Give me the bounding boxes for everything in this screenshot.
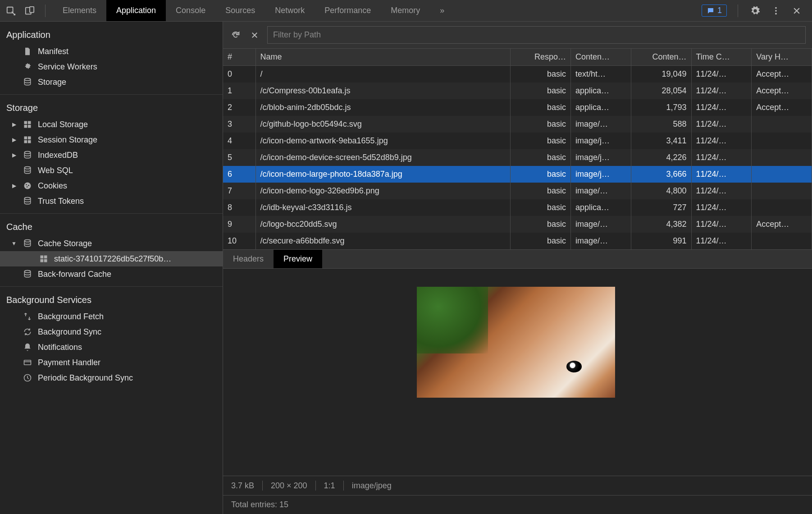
table-row[interactable]: 1/c/Compress-00b1eafa.jsbasicapplica…28,…: [223, 83, 812, 99]
gear-icon: [23, 62, 32, 72]
sidebar-item-background-sync[interactable]: Background Sync: [0, 324, 223, 340]
cookie-icon: [23, 181, 32, 191]
sidebar-item-service-workers[interactable]: Service Workers: [0, 59, 223, 74]
table-row[interactable]: 8/c/idb-keyval-c33d3116.jsbasicapplica…7…: [223, 199, 812, 216]
tab-application[interactable]: Application: [106, 0, 166, 21]
cell-ct: text/ht…: [571, 66, 631, 83]
sidebar-heading: Background Services: [0, 291, 223, 309]
expand-triangle-icon[interactable]: ▶: [11, 152, 17, 158]
tab-network[interactable]: Network: [265, 0, 315, 21]
close-icon[interactable]: [790, 5, 803, 17]
panel-tabs: ElementsApplicationConsoleSourcesNetwork…: [53, 0, 430, 21]
column-header[interactable]: Name: [255, 49, 511, 66]
cell-n: 6: [223, 166, 255, 183]
clear-icon[interactable]: [248, 29, 261, 41]
filter-input[interactable]: [267, 26, 806, 44]
table-row[interactable]: 10/c/secure-a66bbdfe.svgbasicimage/…9911…: [223, 233, 812, 249]
svg-rect-13: [28, 137, 31, 140]
column-header[interactable]: Conten…: [631, 49, 691, 66]
expand-triangle-icon[interactable]: ▶: [11, 137, 17, 143]
cell-name: /c/icon-demo-large-photo-18da387a.jpg: [255, 166, 511, 183]
cell-cl: 4,226: [631, 149, 691, 166]
column-header[interactable]: Time C…: [691, 49, 752, 66]
svg-point-3: [775, 7, 777, 9]
settings-gear-icon[interactable]: [749, 5, 762, 17]
tab-console[interactable]: Console: [166, 0, 215, 21]
table-row[interactable]: 9/c/logo-bcc20dd5.svgbasicimage/…4,38211…: [223, 216, 812, 233]
sidebar-item-trust-tokens[interactable]: Trust Tokens: [0, 193, 223, 209]
cell-tc: 11/24/…: [691, 183, 752, 199]
sidebar-item-notifications[interactable]: Notifications: [0, 340, 223, 355]
inspect-icon[interactable]: [5, 5, 17, 17]
svg-rect-11: [28, 125, 31, 128]
expand-triangle-icon[interactable]: ▶: [11, 121, 17, 128]
sidebar-item-local-storage[interactable]: ▶Local Storage: [0, 117, 223, 132]
sidebar-item-storage[interactable]: Storage: [0, 74, 223, 90]
more-tabs-icon[interactable]: »: [430, 0, 454, 21]
sidebar-item-indexeddb[interactable]: ▶IndexedDB: [0, 147, 223, 163]
tab-performance[interactable]: Performance: [315, 0, 381, 21]
device-toggle-icon[interactable]: [23, 5, 36, 17]
expand-triangle-icon[interactable]: ▶: [11, 183, 17, 189]
table-row[interactable]: 6/c/icon-demo-large-photo-18da387a.jpgba…: [223, 166, 812, 183]
sidebar-item-static-3741017226db5c27f50b-[interactable]: static-3741017226db5c27f50b…: [0, 251, 223, 266]
column-header[interactable]: Respo…: [511, 49, 571, 66]
table-row[interactable]: 0/basictext/ht…19,04911/24/…Accept…: [223, 66, 812, 83]
sidebar-item-label: Periodic Background Sync: [38, 373, 133, 383]
tab-sources[interactable]: Sources: [215, 0, 265, 21]
kebab-menu-icon[interactable]: [770, 5, 782, 17]
cell-n: 7: [223, 183, 255, 199]
sidebar-item-background-fetch[interactable]: Background Fetch: [0, 309, 223, 324]
sidebar-item-cookies[interactable]: ▶Cookies: [0, 178, 223, 193]
column-header[interactable]: Vary H…: [752, 49, 812, 66]
table-row[interactable]: 7/c/icon-demo-logo-326ed9b6.pngbasicimag…: [223, 183, 812, 199]
cell-n: 8: [223, 199, 255, 216]
sidebar-item-web-sql[interactable]: Web SQL: [0, 163, 223, 178]
cell-vh: [752, 149, 812, 166]
sidebar-item-payment-handler[interactable]: Payment Handler: [0, 355, 223, 370]
sidebar-item-label: Trust Tokens: [38, 197, 84, 206]
cell-name: /c/Compress-00b1eafa.js: [255, 83, 511, 99]
sidebar-item-manifest[interactable]: Manifest: [0, 44, 223, 59]
cell-ct: image/j…: [571, 149, 631, 166]
detail-tab-headers[interactable]: Headers: [223, 250, 274, 268]
expand-triangle-icon[interactable]: ▼: [11, 240, 17, 247]
sidebar-item-back-forward-cache[interactable]: Back-forward Cache: [0, 266, 223, 282]
refresh-icon[interactable]: [229, 29, 242, 41]
sidebar-item-label: Local Storage: [38, 120, 88, 129]
svg-rect-24: [41, 256, 44, 259]
cell-cl: 4,800: [631, 183, 691, 199]
sidebar-item-periodic-background-sync[interactable]: Periodic Background Sync: [0, 370, 223, 386]
preview-area: [223, 269, 812, 476]
cell-ct: image/…: [571, 116, 631, 133]
column-header[interactable]: Conten…: [571, 49, 631, 66]
table-row[interactable]: 4/c/icon-demo-artwork-9eba1655.jpgbasici…: [223, 133, 812, 149]
svg-point-21: [27, 186, 28, 188]
sidebar-item-session-storage[interactable]: ▶Session Storage: [0, 132, 223, 147]
detail-tab-preview[interactable]: Preview: [274, 250, 322, 268]
sync-icon: [23, 327, 32, 337]
table-row[interactable]: 5/c/icon-demo-device-screen-5d52d8b9.jpg…: [223, 149, 812, 166]
status-ratio: 1:1: [324, 481, 335, 491]
sidebar-item-label: static-3741017226db5c27f50b…: [54, 254, 171, 264]
sidebar-item-label: Service Workers: [38, 62, 97, 72]
total-entries: Total entries: 15: [231, 500, 288, 509]
card-icon: [23, 358, 32, 367]
sidebar-item-cache-storage[interactable]: ▼Cache Storage: [0, 236, 223, 251]
cell-vh: [752, 116, 812, 133]
fetch-icon: [23, 312, 32, 321]
feedback-button[interactable]: 1: [702, 5, 727, 17]
tab-elements[interactable]: Elements: [53, 0, 106, 21]
db-icon: [23, 165, 32, 175]
svg-point-19: [26, 184, 27, 185]
svg-point-16: [24, 151, 30, 154]
tab-memory[interactable]: Memory: [381, 0, 430, 21]
cell-vh: Accept…: [752, 99, 812, 116]
sidebar-item-label: IndexedDB: [38, 151, 78, 160]
table-row[interactable]: 3/c/github-logo-bc05494c.svgbasicimage/……: [223, 116, 812, 133]
table-row[interactable]: 2/c/blob-anim-2db05bdc.jsbasicapplica…1,…: [223, 99, 812, 116]
cell-tc: 11/24/…: [691, 149, 752, 166]
cell-cl: 1,793: [631, 99, 691, 116]
column-header[interactable]: #: [223, 49, 255, 66]
cell-resp: basic: [511, 216, 571, 233]
